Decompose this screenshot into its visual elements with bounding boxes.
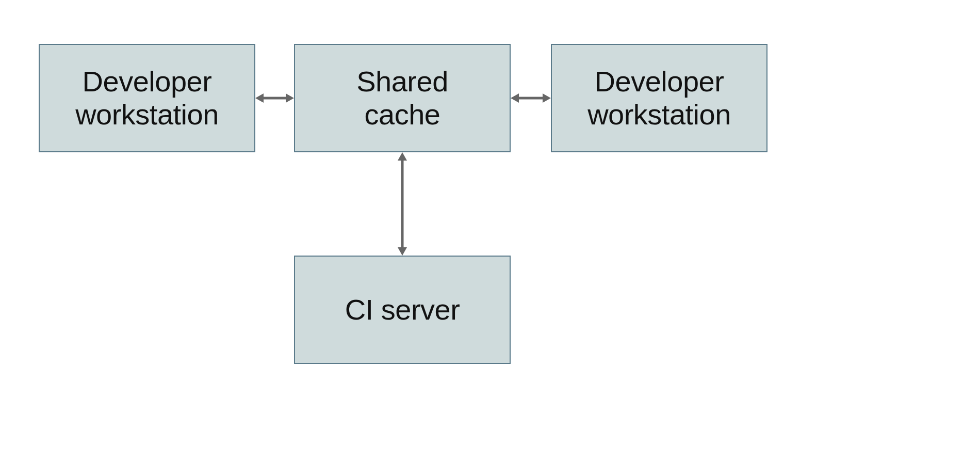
node-developer-workstation-left: Developerworkstation bbox=[39, 44, 255, 152]
node-label: Developerworkstation bbox=[587, 65, 731, 132]
architecture-diagram: Developerworkstation Sharedcache Develop… bbox=[0, 0, 980, 476]
node-label: Developerworkstation bbox=[75, 65, 219, 132]
svg-marker-7 bbox=[398, 152, 407, 161]
double-arrow-icon bbox=[255, 88, 294, 108]
node-shared-cache: Sharedcache bbox=[294, 44, 511, 152]
svg-marker-8 bbox=[398, 247, 407, 256]
svg-marker-1 bbox=[255, 93, 264, 103]
svg-marker-5 bbox=[543, 93, 551, 103]
node-developer-workstation-right: Developerworkstation bbox=[551, 44, 767, 152]
double-arrow-icon bbox=[392, 152, 413, 256]
svg-marker-2 bbox=[286, 93, 294, 103]
node-label: CI server bbox=[345, 293, 460, 326]
node-label: Sharedcache bbox=[356, 65, 448, 132]
double-arrow-icon bbox=[511, 88, 551, 108]
node-ci-server: CI server bbox=[294, 256, 511, 364]
svg-marker-4 bbox=[511, 93, 519, 103]
